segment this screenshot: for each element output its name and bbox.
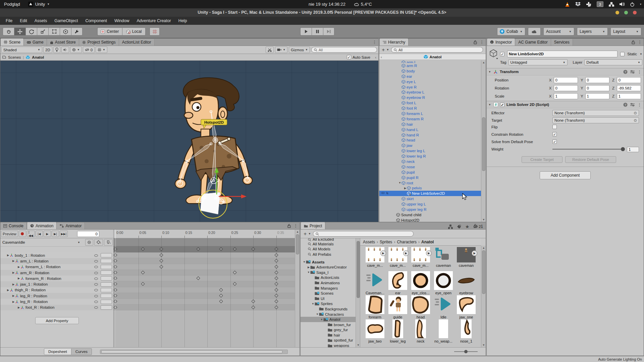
collapse-chevron-icon[interactable]: ‹ — [375, 55, 376, 59]
pivot-mode-button[interactable]: Center — [97, 27, 122, 36]
folder-grey_fur[interactable]: grey_fur — [301, 327, 360, 333]
anim-property-forearm_L[interactable]: ▶forearm_L : Rotation — [0, 264, 113, 270]
play-animation-button[interactable]: ▶ — [44, 231, 51, 237]
curves-tab[interactable]: Curves — [71, 348, 92, 355]
timeline-hscrollbar[interactable] — [100, 350, 288, 354]
asset-eye-open[interactable]: eye_open — [433, 271, 454, 295]
foldout-icon[interactable]: ▼ — [488, 103, 491, 106]
hierarchy-scrollbar[interactable]: ▲ ▼ — [481, 60, 486, 222]
flip-checkbox[interactable] — [552, 125, 557, 129]
gizmos-dropdown[interactable]: Gizmos▼ — [289, 47, 310, 53]
slider-handle[interactable] — [621, 147, 625, 151]
pickability-icon[interactable] — [386, 191, 389, 195]
menu-item-component[interactable]: Component — [82, 18, 111, 23]
hierarchy-item-head[interactable]: head — [379, 137, 481, 143]
folder-characters[interactable]: ▼Characters — [301, 312, 360, 317]
breadcrumb-characters[interactable]: Characters — [397, 240, 417, 244]
minimize-button[interactable] — [615, 11, 619, 14]
anim-property-forearm_R[interactable]: ▶forearm_R : Rotation — [0, 276, 113, 281]
folder-assets[interactable]: ▼Assets — [301, 259, 360, 265]
prev-key-button[interactable]: |◀ — [36, 231, 43, 237]
tab-game[interactable]: Game — [24, 39, 47, 46]
expander-icon[interactable]: ▶ — [12, 271, 15, 274]
preview-toggle-button[interactable]: Preview — [1, 231, 18, 237]
hierarchy-item-hand-r[interactable]: hand R — [379, 132, 481, 138]
hierarchy-item-forearm-r[interactable]: forearm R — [379, 116, 481, 122]
expander-icon[interactable]: ▼ — [311, 302, 315, 305]
timeline-row[interactable] — [114, 293, 295, 299]
scale-y-field[interactable]: 1 — [585, 93, 609, 99]
hierarchy-item-upper-leg-l[interactable]: upper leg L — [379, 201, 481, 207]
desktop-app-menu[interactable]: Unity▼ — [28, 2, 50, 7]
scale-z-field[interactable]: 1 — [617, 93, 641, 99]
hierarchy-item-sound-child[interactable]: Sound child — [379, 212, 481, 218]
menu-item-help[interactable]: Help — [175, 18, 191, 23]
visibility-eye-icon[interactable] — [381, 191, 385, 194]
keyframe[interactable] — [141, 282, 145, 286]
hierarchy-item-eye-l[interactable]: eye L — [379, 79, 481, 84]
shading-mode-dropdown[interactable]: Shaded▼ — [1, 47, 42, 53]
saved-search-star-icon[interactable]: ★ — [465, 224, 470, 229]
favorite-all-models[interactable]: All Models — [301, 247, 360, 252]
solve-default-pose-checkbox[interactable]: ✓ — [552, 139, 557, 144]
rect-tool-button[interactable] — [48, 27, 60, 36]
component-enabled-checkbox[interactable]: ✓ — [500, 103, 504, 107]
folder-spotted_fur[interactable]: spotted_fur — [301, 338, 360, 343]
constrain-rotation-checkbox[interactable]: ✓ — [552, 132, 557, 136]
keyframe[interactable] — [219, 288, 223, 292]
anim-property-foot_R[interactable]: ▶foot_R : Rotation — [0, 305, 113, 310]
rotation-y-field[interactable]: 0 — [585, 85, 609, 91]
pause-button[interactable] — [312, 27, 323, 36]
breadcrumb-scene-name[interactable]: Anatol — [32, 55, 44, 59]
expander-icon[interactable]: ▶ — [404, 187, 407, 190]
expander-icon[interactable]: ▼ — [320, 318, 323, 321]
restore-default-pose-button[interactable]: Restore Default Pose — [565, 156, 616, 163]
scale-tool-button[interactable] — [37, 27, 48, 36]
static-checkbox[interactable] — [620, 52, 625, 56]
folder-weapons[interactable]: weapons — [301, 343, 360, 347]
component-menu-icon[interactable]: ⋮ — [637, 102, 642, 107]
power-icon[interactable] — [630, 2, 635, 7]
menu-item-edit[interactable]: Edit — [16, 18, 31, 23]
layer-dropdown[interactable]: Default▼ — [584, 59, 642, 65]
vlc-icon[interactable] — [565, 2, 570, 7]
hierarchy-item-forearm-l[interactable]: forearm L — [379, 111, 481, 116]
keyframe[interactable] — [233, 282, 237, 286]
play-overlay-icon[interactable]: ▶ — [380, 250, 386, 256]
property-value-field[interactable] — [101, 305, 112, 310]
limbsolver-component-header[interactable]: ▼ # ✓ Limb Solver 2D (Script) ? ⋮ — [487, 101, 644, 108]
play-button[interactable] — [300, 27, 312, 36]
tab-scene[interactable]: Scene — [0, 38, 24, 46]
panel-menu-icon[interactable]: ⋮ — [638, 40, 642, 45]
timeline-row[interactable] — [114, 258, 295, 264]
anim-property-leg_R[interactable]: ▶leg_R : Position — [0, 293, 113, 299]
play-overlay-icon[interactable]: ▶ — [472, 250, 477, 256]
hierarchy-item-pupil[interactable]: pupil — [379, 170, 481, 175]
window-title-bar[interactable]: Unity - Saga I - Start - PC, Mac & Linux… — [0, 8, 644, 17]
move-tool-button[interactable] — [14, 27, 25, 36]
property-value-field[interactable] — [101, 259, 112, 263]
hierarchy-item-foot-l[interactable]: foot L — [379, 100, 481, 106]
lock-icon[interactable] — [474, 40, 477, 44]
breadcrumb-sprites[interactable]: Sprites — [380, 240, 392, 244]
add-keyframe-button[interactable]: + — [94, 239, 103, 246]
search-by-type-icon[interactable] — [448, 225, 453, 229]
hierarchy-item-neck[interactable]: neck — [379, 159, 481, 164]
folder-animations[interactable]: Animations — [301, 280, 360, 286]
hierarchy-item-eyebrow-l[interactable]: eyebrow L — [379, 89, 481, 95]
hierarchy-item-pelvis[interactable]: ▶pelvis — [379, 185, 481, 191]
property-value-field[interactable] — [101, 300, 112, 304]
asset-jaw-one[interactable]: jaw_one — [455, 295, 477, 319]
timeline-row[interactable] — [114, 264, 295, 270]
tab-project[interactable]: Project — [301, 222, 325, 229]
folder-hair[interactable]: hair — [301, 333, 360, 338]
hierarchy-item-eye-r[interactable]: eye R — [379, 84, 481, 90]
workspace-indicator[interactable]: 3 — [597, 1, 603, 7]
asset-caveman---[interactable]: Caveman... — [364, 271, 386, 295]
dopesheet-tab[interactable]: Dopesheet — [44, 348, 71, 355]
anim-property-arm_L[interactable]: ▶arm_L : Rotation — [0, 258, 113, 264]
current-frame-field[interactable]: 0 — [77, 231, 99, 237]
dropbox-icon[interactable] — [575, 2, 581, 7]
expander-icon[interactable]: ▶ — [307, 266, 310, 269]
asset-neck[interactable]: neck — [410, 319, 431, 343]
